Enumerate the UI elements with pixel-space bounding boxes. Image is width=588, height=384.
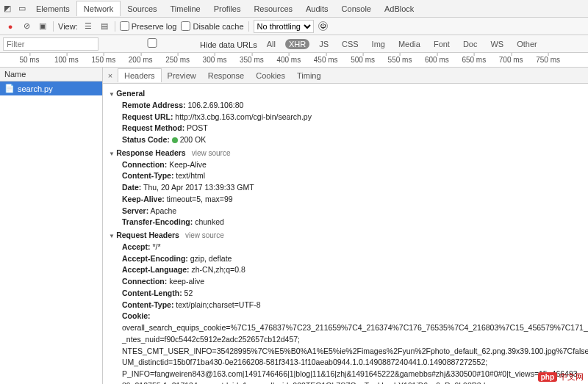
tab-adblock[interactable]: AdBlock — [378, 1, 420, 16]
tab-timing[interactable]: Timing — [291, 69, 327, 82]
tab-network[interactable]: Network — [76, 1, 121, 16]
record-icon[interactable]: ● — [4, 21, 16, 32]
preserve-log-checkbox[interactable]: Preserve log — [120, 21, 177, 31]
offline-icon[interactable]: ⏻ — [318, 21, 328, 31]
frame-view-icon[interactable]: ▤ — [98, 21, 110, 32]
separator — [53, 21, 54, 32]
filter-other[interactable]: Other — [513, 39, 541, 49]
tab-cookies[interactable]: Cookies — [250, 69, 291, 82]
tab-response[interactable]: Response — [202, 69, 251, 82]
view-source-link[interactable]: view source — [192, 149, 231, 157]
devtools-tabs: ◩ ▭ Elements Network Sources Timeline Pr… — [0, 0, 588, 18]
view-label: View: — [58, 22, 78, 31]
request-row[interactable]: 📄 search.py — [0, 81, 102, 95]
filter-all[interactable]: All — [263, 39, 279, 49]
network-toolbar: ● ⊘ ▣ View: ☰ ▤ Preserve log Disable cac… — [0, 18, 588, 35]
timeline-ruler: 50 ms 100 ms 150 ms 200 ms 250 ms 300 ms… — [0, 53, 588, 68]
filter-img[interactable]: Img — [368, 39, 389, 49]
tab-console[interactable]: Console — [335, 1, 378, 16]
filter-input[interactable] — [3, 37, 98, 51]
tab-audits[interactable]: Audits — [299, 1, 335, 16]
tab-sources[interactable]: Sources — [121, 1, 163, 16]
request-list: Name 📄 search.py — [0, 68, 103, 384]
device-icon[interactable]: ▭ — [15, 1, 29, 16]
watermark-logo: php — [538, 372, 557, 382]
filter-js[interactable]: JS — [315, 39, 332, 49]
separator — [115, 21, 115, 32]
tab-headers[interactable]: Headers — [118, 68, 162, 82]
close-icon[interactable]: × — [103, 71, 118, 80]
tab-resources[interactable]: Resources — [247, 1, 299, 16]
status-dot-icon — [172, 137, 178, 143]
file-icon: 📄 — [4, 84, 15, 93]
request-headers-section[interactable]: Request Headersview source — [109, 230, 582, 242]
inspect-icon[interactable]: ◩ — [0, 1, 15, 16]
separator — [248, 21, 249, 32]
tab-profiles[interactable]: Profiles — [207, 1, 248, 16]
file-name: search.py — [18, 84, 53, 93]
watermark: php 中文网 — [538, 372, 584, 383]
list-view-icon[interactable]: ☰ — [82, 21, 94, 32]
name-header[interactable]: Name — [0, 68, 102, 81]
filter-css[interactable]: CSS — [338, 39, 362, 49]
response-headers-section[interactable]: Response Headersview source — [109, 148, 582, 159]
tab-preview[interactable]: Preview — [162, 69, 202, 82]
filter-xhr[interactable]: XHR — [285, 39, 309, 49]
hide-data-urls-checkbox[interactable]: Hide data URLs — [104, 38, 257, 49]
camera-icon[interactable]: ▣ — [37, 21, 49, 32]
tab-elements[interactable]: Elements — [29, 1, 76, 16]
filter-ws[interactable]: WS — [487, 39, 507, 49]
filter-bar: Hide data URLs All XHR JS CSS Img Media … — [0, 35, 588, 53]
general-section[interactable]: General — [109, 88, 582, 100]
detail-tabs: × Headers Preview Response Cookies Timin… — [103, 68, 588, 84]
filter-media[interactable]: Media — [395, 39, 424, 49]
filter-doc[interactable]: Doc — [459, 39, 481, 49]
clear-icon[interactable]: ⊘ — [21, 21, 32, 32]
tab-timeline[interactable]: Timeline — [164, 1, 207, 16]
details-panel: × Headers Preview Response Cookies Timin… — [103, 68, 588, 384]
throttle-select[interactable]: No throttling — [254, 20, 314, 33]
filter-font[interactable]: Font — [430, 39, 453, 49]
view-source-link[interactable]: view source — [185, 231, 224, 239]
disable-cache-checkbox[interactable]: Disable cache — [181, 21, 243, 31]
